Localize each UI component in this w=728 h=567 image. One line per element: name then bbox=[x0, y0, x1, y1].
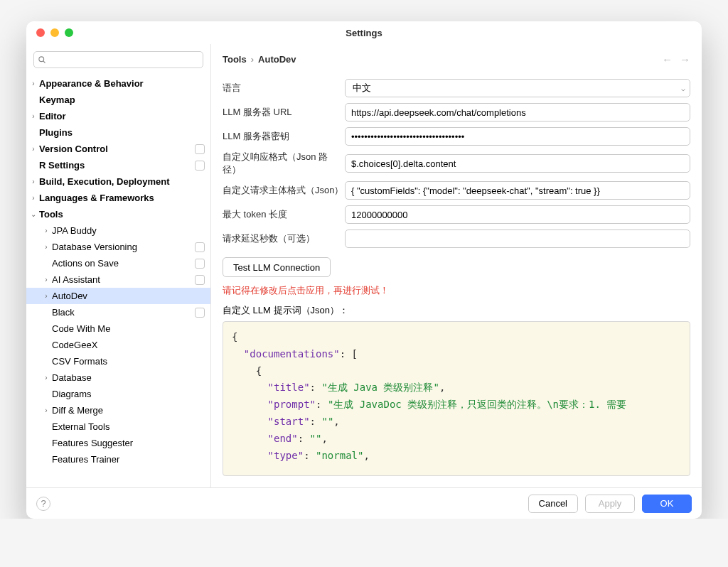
settings-tree[interactable]: ›Appearance & BehaviorKeymap›EditorPlugi… bbox=[26, 71, 210, 487]
svg-line-1 bbox=[43, 61, 46, 63]
apply-button[interactable]: Apply bbox=[585, 495, 635, 513]
sidebar-item-features-suggester[interactable]: Features Suggester bbox=[26, 435, 210, 451]
scope-badge-icon bbox=[195, 144, 205, 154]
chevron-right-icon[interactable]: › bbox=[42, 374, 50, 382]
sidebar-item-diff-merge[interactable]: ›Diff & Merge bbox=[26, 402, 210, 418]
chevron-right-icon[interactable]: › bbox=[42, 292, 50, 300]
cancel-button[interactable]: Cancel bbox=[528, 495, 578, 513]
sidebar-item-actions-on-save[interactable]: Actions on Save bbox=[26, 255, 210, 271]
help-icon[interactable]: ? bbox=[36, 497, 50, 511]
request-format-label: 自定义请求主体格式（Json） bbox=[223, 184, 345, 197]
maximize-icon[interactable] bbox=[65, 28, 73, 37]
prompt-code-editor[interactable]: { "documentations": [ { "title": "生成 Jav… bbox=[223, 321, 690, 476]
sidebar-item-languages-frameworks[interactable]: ›Languages & Frameworks bbox=[26, 190, 210, 206]
sidebar-item-r-settings[interactable]: R Settings bbox=[26, 157, 210, 173]
chevron-right-icon[interactable]: › bbox=[42, 406, 50, 414]
max-token-input[interactable] bbox=[345, 205, 690, 224]
chevron-right-icon[interactable]: › bbox=[42, 276, 50, 284]
language-value: 中文 bbox=[353, 82, 371, 94]
server-url-input[interactable] bbox=[345, 103, 690, 122]
sidebar-item-label: Diagrams bbox=[52, 389, 205, 399]
sidebar-item-label: Appearance & Behavior bbox=[39, 78, 205, 89]
chevron-right-icon[interactable]: › bbox=[42, 227, 50, 234]
sidebar-item-label: AI Assistant bbox=[52, 274, 192, 285]
search-icon bbox=[38, 55, 46, 64]
sidebar-item-label: Editor bbox=[39, 111, 205, 122]
chevron-down-icon[interactable]: ⌄ bbox=[29, 210, 38, 218]
search-input[interactable] bbox=[33, 51, 203, 68]
sidebar-item-code-with-me[interactable]: Code With Me bbox=[26, 320, 210, 337]
sidebar-item-database[interactable]: ›Database bbox=[26, 369, 210, 386]
delay-label: 请求延迟秒数（可选） bbox=[223, 232, 345, 245]
chevron-right-icon[interactable]: › bbox=[29, 80, 38, 87]
minimize-icon[interactable] bbox=[50, 28, 59, 37]
language-select[interactable]: 中文 ⌵ bbox=[345, 79, 690, 97]
sidebar-item-ai-assistant[interactable]: ›AI Assistant bbox=[26, 271, 210, 288]
sidebar-item-keymap[interactable]: Keymap bbox=[26, 92, 210, 108]
breadcrumb-root: Tools bbox=[223, 54, 247, 65]
sidebar-item-label: Features Suggester bbox=[52, 438, 205, 448]
scope-badge-icon bbox=[195, 308, 205, 318]
sidebar-item-label: External Tools bbox=[52, 421, 205, 432]
nav-forward-icon[interactable]: → bbox=[680, 53, 690, 65]
sidebar-item-label: CodeGeeX bbox=[52, 340, 205, 350]
chevron-right-icon[interactable]: › bbox=[29, 194, 38, 202]
response-format-input[interactable] bbox=[345, 154, 690, 173]
sidebar-item-label: Tools bbox=[39, 209, 205, 220]
sidebar-item-black[interactable]: Black bbox=[26, 304, 210, 320]
sidebar-item-label: Diff & Merge bbox=[52, 405, 205, 416]
sidebar-item-label: Languages & Frameworks bbox=[39, 193, 205, 203]
sidebar-item-label: Version Control bbox=[39, 144, 192, 154]
breadcrumb-separator: › bbox=[251, 54, 254, 65]
chevron-right-icon[interactable]: › bbox=[29, 112, 38, 120]
sidebar-item-appearance-behavior[interactable]: ›Appearance & Behavior bbox=[26, 75, 210, 92]
sidebar-item-label: Actions on Save bbox=[52, 258, 192, 269]
chevron-right-icon[interactable]: › bbox=[29, 145, 38, 153]
chevron-right-icon[interactable]: › bbox=[29, 178, 38, 185]
scope-badge-icon bbox=[195, 259, 205, 269]
request-format-input[interactable] bbox=[345, 181, 690, 200]
sidebar-item-label: Plugins bbox=[39, 127, 205, 138]
sidebar-item-label: Code With Me bbox=[52, 323, 205, 334]
sidebar-item-plugins[interactable]: Plugins bbox=[26, 124, 210, 141]
sidebar-item-label: Build, Execution, Deployment bbox=[39, 176, 205, 187]
sidebar-item-label: Features Trainer bbox=[52, 454, 205, 465]
scope-badge-icon bbox=[195, 275, 205, 285]
sidebar-item-diagrams[interactable]: Diagrams bbox=[26, 386, 210, 402]
nav-back-icon[interactable]: ← bbox=[662, 53, 673, 65]
prompt-label: 自定义 LLM 提示词（Json）： bbox=[223, 304, 690, 317]
close-icon[interactable] bbox=[36, 28, 45, 37]
max-token-label: 最大 token 长度 bbox=[223, 208, 345, 221]
ok-button[interactable]: OK bbox=[642, 495, 692, 513]
sidebar-item-editor[interactable]: ›Editor bbox=[26, 108, 210, 124]
sidebar-item-external-tools[interactable]: External Tools bbox=[26, 418, 210, 435]
sidebar-item-label: JPA Buddy bbox=[52, 225, 205, 236]
sidebar-item-version-control[interactable]: ›Version Control bbox=[26, 141, 210, 157]
sidebar-item-label: AutoDev bbox=[52, 291, 205, 301]
sidebar-item-label: Database Versioning bbox=[52, 242, 192, 252]
server-key-input[interactable] bbox=[345, 127, 690, 146]
scope-badge-icon bbox=[195, 242, 205, 252]
breadcrumb-leaf: AutoDev bbox=[258, 54, 296, 65]
svg-point-0 bbox=[39, 57, 44, 62]
warning-text: 请记得在修改后点击应用，再进行测试！ bbox=[223, 284, 690, 297]
sidebar-item-label: R Settings bbox=[39, 160, 192, 171]
sidebar-item-jpa-buddy[interactable]: ›JPA Buddy bbox=[26, 222, 210, 239]
titlebar: Settings bbox=[26, 21, 702, 44]
test-connection-button[interactable]: Test LLM Connection bbox=[223, 257, 331, 277]
sidebar-item-csv-formats[interactable]: CSV Formats bbox=[26, 353, 210, 369]
sidebar-item-tools[interactable]: ⌄Tools bbox=[26, 206, 210, 222]
sidebar-item-database-versioning[interactable]: ›Database Versioning bbox=[26, 239, 210, 255]
form-area: 语言 中文 ⌵ LLM 服务器 URL LLM 服务器密钥 自定义响应格式（Js… bbox=[211, 71, 702, 487]
sidebar-item-build-execution-deployment[interactable]: ›Build, Execution, Deployment bbox=[26, 173, 210, 190]
chevron-down-icon: ⌵ bbox=[681, 85, 685, 92]
sidebar-item-features-trainer[interactable]: Features Trainer bbox=[26, 451, 210, 468]
sidebar-item-codegeex[interactable]: CodeGeeX bbox=[26, 337, 210, 353]
settings-window: Settings ›Appearance & BehaviorKeymap›Ed… bbox=[26, 21, 702, 519]
response-format-label: 自定义响应格式（Json 路径） bbox=[223, 151, 345, 176]
sidebar-item-autodev[interactable]: ›AutoDev bbox=[26, 288, 210, 304]
window-title: Settings bbox=[26, 28, 702, 38]
delay-input[interactable] bbox=[345, 230, 690, 248]
scope-badge-icon bbox=[195, 161, 205, 171]
chevron-right-icon[interactable]: › bbox=[42, 243, 50, 251]
